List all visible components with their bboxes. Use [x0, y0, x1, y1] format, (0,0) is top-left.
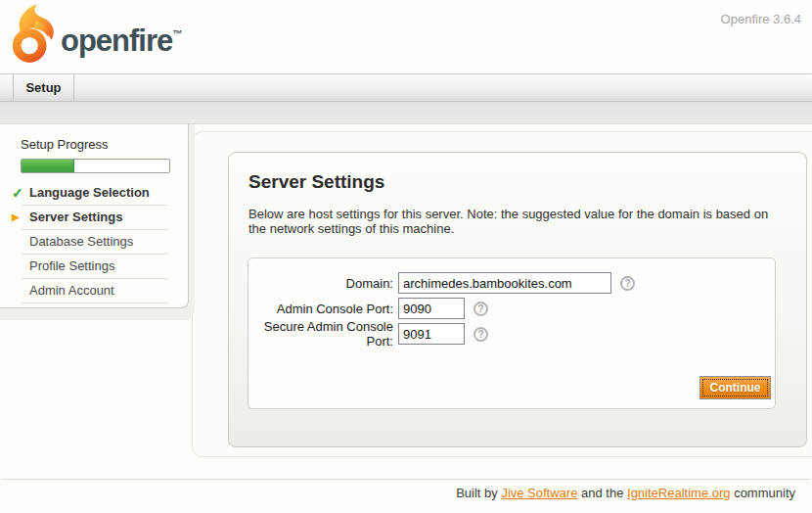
help-icon[interactable]: ?	[620, 276, 635, 291]
sidebar-item-server-settings[interactable]: ▶ Server Settings	[0, 206, 188, 229]
divider	[21, 303, 168, 303]
openfire-wordmark: openfire™	[61, 23, 182, 59]
toolbar-strip	[0, 102, 812, 124]
page-description: Below are host settings for this server.…	[248, 207, 787, 236]
form-row-secure-admin-console-port: Secure Admin Console Port: ?	[248, 323, 775, 345]
server-settings-form: Domain: ? Admin Console Port: ? Secure A…	[248, 257, 776, 409]
sidebar-item-label: Profile Settings	[29, 258, 114, 273]
sidebar-item-label: Language Selection	[29, 185, 150, 200]
sidebar-item-label: Database Settings	[29, 234, 133, 249]
sidebar-item-label: Admin Account	[29, 283, 114, 298]
setup-progress-fill	[22, 160, 74, 172]
setup-progress-bar	[21, 159, 170, 173]
sidebar-item-admin-account[interactable]: Admin Account	[0, 279, 188, 303]
setup-progress-title: Setup Progress	[0, 137, 188, 152]
setup-steps-nav: ✓ Language Selection ▶ Server Settings D…	[0, 181, 188, 303]
jive-software-link[interactable]: Jive Software	[501, 486, 577, 500]
secure-admin-console-port-label: Secure Admin Console Port:	[248, 319, 393, 349]
admin-console-port-input[interactable]	[398, 298, 465, 319]
form-row-admin-console-port: Admin Console Port: ?	[248, 298, 775, 319]
footer-text: community	[731, 486, 795, 500]
check-icon: ✓	[12, 181, 27, 205]
footer-divider	[2, 479, 810, 480]
sidebar-item-label: Server Settings	[29, 210, 122, 224]
header: openfire™ Openfire 3.6.4	[0, 0, 812, 73]
tab-bar: Setup	[0, 73, 812, 102]
help-icon[interactable]: ?	[474, 327, 488, 342]
page-title: Server Settings	[248, 171, 806, 193]
domain-input[interactable]	[398, 272, 611, 294]
sidebar-item-profile-settings[interactable]: Profile Settings	[0, 255, 188, 278]
footer-text: and the	[577, 486, 627, 500]
sidebar-item-database-settings[interactable]: Database Settings	[0, 230, 188, 254]
main-panel: Server Settings Below are host settings …	[228, 152, 807, 447]
arrow-right-icon: ▶	[12, 206, 27, 229]
openfire-setup-page: { "header": { "logo_text": "openfire", "…	[0, 0, 812, 513]
form-row-domain: Domain: ?	[248, 272, 775, 294]
footer-text: Built by	[456, 486, 501, 500]
tab-setup[interactable]: Setup	[13, 74, 74, 101]
setup-progress-panel: Setup Progress ✓ Language Selection ▶ Se…	[0, 124, 189, 308]
openfire-flame-logo-icon	[8, 3, 61, 66]
domain-label: Domain:	[248, 276, 393, 291]
footer-credit: Built by Jive Software and the IgniteRea…	[456, 486, 795, 500]
version-label: Openfire 3.6.4	[721, 12, 801, 26]
sidebar-item-language-selection[interactable]: ✓ Language Selection	[0, 181, 188, 205]
continue-button[interactable]: Continue	[699, 376, 771, 399]
trademark-symbol: ™	[172, 28, 182, 39]
igniterealtime-link[interactable]: IgniteRealtime.org	[627, 486, 731, 500]
admin-console-port-label: Admin Console Port:	[248, 302, 393, 316]
help-icon[interactable]: ?	[474, 302, 488, 316]
secure-admin-console-port-input[interactable]	[398, 323, 465, 345]
